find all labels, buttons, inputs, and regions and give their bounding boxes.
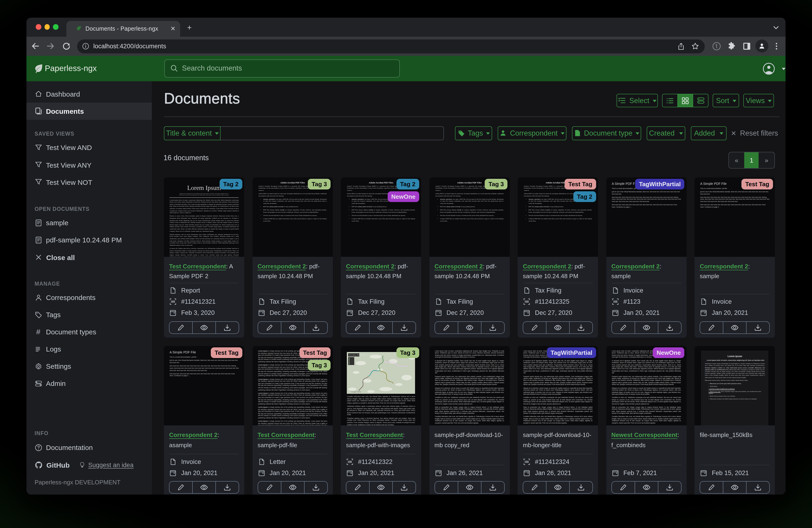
svg-text:Boundary Waters Trip: Boundary Waters Trip (349, 354, 365, 356)
svg-text:Google Earth: Google Earth (351, 391, 361, 393)
